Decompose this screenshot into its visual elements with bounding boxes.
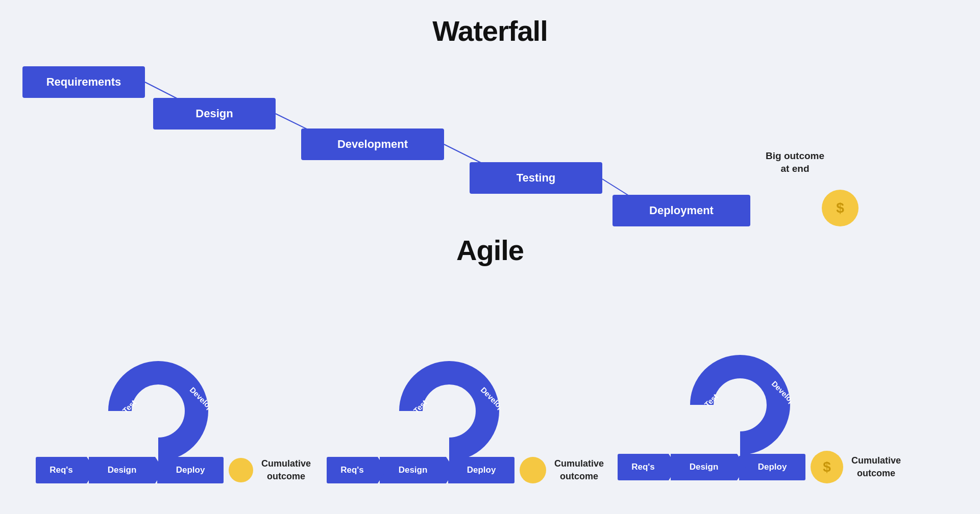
sprint-3: Test Develop Req's Design Deploy $ Cumul… [618, 354, 901, 483]
sprint-2-coin [520, 457, 546, 483]
sprint-1-design: Design [89, 457, 155, 483]
sprint-1-coin [229, 458, 253, 482]
sprint-1-outcome: Cumulativeoutcome [261, 457, 311, 483]
sprint-3-coin: $ [811, 451, 843, 483]
sprint-2-donut: Test Develop [398, 360, 500, 464]
wf-deployment-box: Deployment [612, 195, 750, 226]
sprint-1-donut: Test Develop [107, 360, 209, 464]
sprint-3-reqs: Req's [618, 454, 669, 480]
wf-requirements-box: Requirements [22, 66, 145, 98]
big-outcome-label: Big outcomeat end [766, 150, 824, 175]
waterfall-title: Waterfall [0, 0, 980, 47]
agile-title: Agile [0, 224, 980, 267]
sprint-1: Test Develop Req's Design Deploy Cumulat… [36, 360, 311, 483]
wf-testing-box: Testing [470, 162, 602, 194]
agile-section: Agile Test Develop Req's Design [0, 224, 980, 514]
sprint-2: Test Develop Req's Design Deploy Cumulat… [327, 360, 604, 483]
sprint-2-reqs: Req's [327, 457, 378, 483]
sprint-3-design: Design [671, 454, 737, 480]
sprint-2-outcome: Cumulativeoutcome [554, 457, 604, 483]
waterfall-section: Waterfall Requirements Design Developmen… [0, 0, 980, 224]
wf-development-box: Development [301, 128, 444, 160]
sprint-1-reqs: Req's [36, 457, 87, 483]
big-outcome-coin: $ [822, 190, 859, 226]
sprint-3-donut: Test Develop [689, 354, 791, 458]
sprint-3-outcome: Cumulativeoutcome [851, 454, 901, 480]
sprint-2-design: Design [380, 457, 446, 483]
wf-design-box: Design [153, 98, 276, 130]
